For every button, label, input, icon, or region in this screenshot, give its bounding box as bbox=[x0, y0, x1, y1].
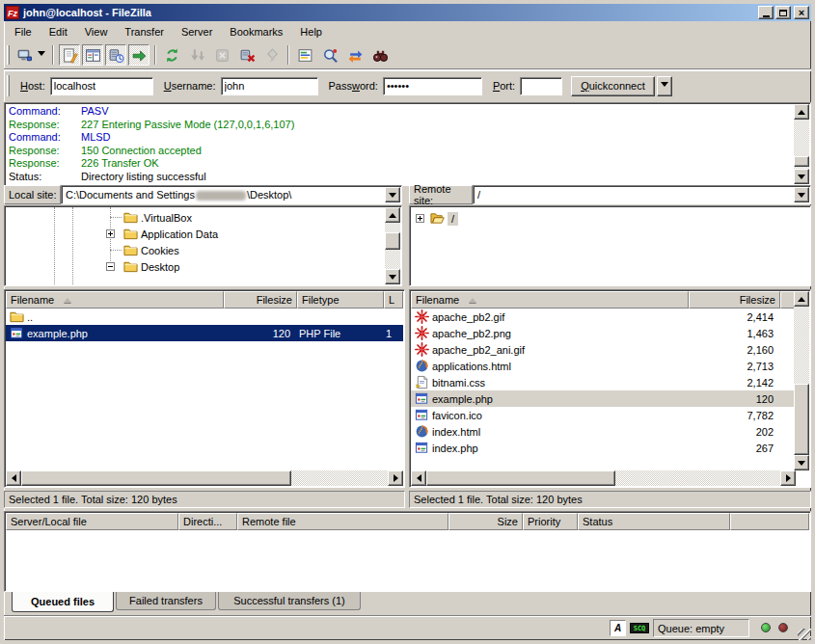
file-row[interactable]: index.html202 bbox=[411, 423, 796, 440]
tree-item[interactable]: Cookies bbox=[6, 242, 385, 258]
toggle-log-button[interactable] bbox=[59, 44, 80, 66]
toggle-remote-tree-button[interactable] bbox=[105, 44, 126, 66]
scrollbar-thumb[interactable] bbox=[21, 470, 291, 486]
scrollbar-thumb[interactable] bbox=[794, 384, 809, 455]
scroll-up-button[interactable] bbox=[794, 104, 809, 120]
scroll-down-button[interactable] bbox=[385, 269, 400, 284]
local-site-dropdown-button[interactable] bbox=[385, 187, 400, 202]
collapse-icon[interactable] bbox=[106, 262, 115, 271]
scroll-left-button[interactable] bbox=[411, 470, 426, 486]
scroll-down-button[interactable] bbox=[794, 455, 809, 470]
refresh-button[interactable] bbox=[161, 44, 182, 66]
scroll-up-button[interactable] bbox=[385, 207, 400, 223]
column-header-filetype[interactable]: Filetype bbox=[297, 291, 384, 309]
scroll-down-button[interactable] bbox=[794, 169, 809, 184]
toggle-queue-button[interactable] bbox=[128, 44, 149, 66]
file-row[interactable]: apache_pb2.gif2,414 bbox=[411, 309, 796, 325]
horizontal-splitter[interactable] bbox=[4, 286, 811, 289]
column-header-filename[interactable]: Filename bbox=[411, 291, 689, 309]
menu-bookmarks[interactable]: Bookmarks bbox=[221, 23, 291, 40]
remote-site-dropdown-button[interactable] bbox=[794, 187, 809, 202]
column-header-size[interactable]: Size bbox=[448, 513, 523, 530]
port-input[interactable] bbox=[520, 77, 562, 95]
quickconnect-dropdown-button[interactable] bbox=[657, 76, 672, 96]
cancel-button[interactable] bbox=[211, 44, 232, 66]
menu-edit[interactable]: Edit bbox=[41, 23, 76, 40]
column-header-filename[interactable]: Filename bbox=[6, 291, 224, 309]
app-icon[interactable]: Fz bbox=[6, 6, 19, 19]
column-header-filesize[interactable]: Filesize bbox=[224, 291, 297, 309]
remote-horizontal-scrollbar[interactable] bbox=[411, 470, 796, 486]
file-row[interactable]: apache_pb2_ani.gif2,160 bbox=[411, 341, 796, 358]
chevron-down-icon bbox=[661, 82, 668, 91]
menu-view[interactable]: View bbox=[76, 23, 117, 40]
log-scrollbar[interactable] bbox=[794, 104, 809, 184]
file-row-selected[interactable]: example.php120 bbox=[411, 390, 796, 407]
compare-button[interactable] bbox=[319, 44, 340, 66]
site-manager-button[interactable] bbox=[14, 44, 35, 66]
close-button[interactable]: × bbox=[794, 6, 809, 19]
resize-grip[interactable] bbox=[798, 629, 811, 642]
encryption-indicator-icon[interactable]: SCQ bbox=[630, 623, 649, 633]
sync-browsing-button[interactable] bbox=[344, 44, 366, 66]
transfer-type-indicator-icon[interactable]: A bbox=[610, 620, 626, 636]
file-row-selected[interactable]: example.php 120 PHP File 1 bbox=[6, 325, 403, 341]
file-row[interactable]: favicon.ico7,782 bbox=[411, 407, 796, 423]
column-header-remote-file[interactable]: Remote file bbox=[237, 513, 448, 530]
scroll-up-button[interactable] bbox=[794, 291, 809, 307]
tab-queued-files[interactable]: Queued files bbox=[12, 592, 114, 612]
file-row[interactable]: apache_pb2.png1,463 bbox=[411, 325, 796, 341]
password-input[interactable] bbox=[383, 77, 482, 95]
file-row[interactable]: .. bbox=[6, 309, 403, 325]
local-site-combo[interactable]: C:\Documents and Settings\Desktop\ bbox=[61, 185, 402, 204]
expand-icon[interactable] bbox=[416, 214, 424, 223]
menu-server[interactable]: Server bbox=[173, 23, 221, 40]
scroll-right-button[interactable] bbox=[780, 470, 796, 486]
vertical-splitter[interactable] bbox=[402, 185, 409, 508]
remote-site-combo[interactable]: / bbox=[473, 185, 811, 204]
minimize-button[interactable] bbox=[758, 6, 774, 19]
title-bar[interactable]: Fz john@localhost - FileZilla × bbox=[4, 4, 811, 21]
scroll-left-button[interactable] bbox=[6, 470, 21, 486]
reconnect-button[interactable] bbox=[261, 44, 283, 66]
scrollbar-thumb[interactable] bbox=[794, 156, 809, 167]
tree-item[interactable]: .VirtualBox bbox=[6, 209, 385, 226]
tab-successful-transfers[interactable]: Successful transfers (1) bbox=[218, 592, 361, 610]
maximize-button[interactable] bbox=[775, 6, 791, 19]
site-manager-dropdown-button[interactable] bbox=[35, 45, 47, 65]
local-tree-scrollbar[interactable] bbox=[385, 207, 400, 284]
scrollbar-thumb[interactable] bbox=[426, 470, 615, 486]
expand-icon[interactable] bbox=[106, 229, 115, 238]
remote-vertical-scrollbar[interactable] bbox=[794, 291, 809, 470]
menu-help[interactable]: Help bbox=[291, 23, 331, 40]
find-button[interactable] bbox=[369, 44, 391, 66]
scroll-right-button[interactable] bbox=[388, 470, 403, 486]
quickconnect-grip[interactable] bbox=[7, 75, 10, 96]
column-header-server-local-file[interactable]: Server/Local file bbox=[6, 513, 178, 530]
quickconnect-button[interactable]: Quickconnect bbox=[571, 76, 655, 96]
toolbar-separator bbox=[287, 45, 289, 65]
tree-item[interactable]: Application Data bbox=[6, 226, 385, 242]
filter-button[interactable] bbox=[294, 44, 315, 66]
tree-item[interactable]: Desktop bbox=[6, 258, 385, 275]
tab-failed-transfers[interactable]: Failed transfers bbox=[116, 592, 216, 610]
toolbar-grip[interactable] bbox=[7, 45, 10, 65]
column-header-direction[interactable]: Directi... bbox=[178, 513, 237, 530]
username-input[interactable] bbox=[221, 77, 318, 95]
menu-file[interactable]: File bbox=[6, 23, 41, 40]
host-input[interactable] bbox=[50, 77, 153, 95]
column-header-status[interactable]: Status bbox=[578, 513, 730, 530]
local-horizontal-scrollbar[interactable] bbox=[6, 470, 403, 486]
disconnect-button[interactable] bbox=[236, 44, 258, 66]
process-queue-button[interactable] bbox=[186, 44, 207, 66]
column-header-priority[interactable]: Priority bbox=[523, 513, 578, 530]
tree-item[interactable]: / bbox=[411, 210, 809, 227]
file-row[interactable]: index.php267 bbox=[411, 440, 796, 456]
file-row[interactable]: bitnami.css2,142 bbox=[411, 374, 796, 390]
menu-transfer[interactable]: Transfer bbox=[116, 23, 173, 40]
column-header-filesize[interactable]: Filesize bbox=[689, 291, 780, 309]
file-row[interactable]: applications.html2,713 bbox=[411, 358, 796, 374]
column-header-lastmodified[interactable]: L bbox=[384, 291, 403, 309]
scrollbar-thumb[interactable] bbox=[385, 232, 400, 250]
toggle-local-tree-button[interactable] bbox=[82, 44, 103, 66]
